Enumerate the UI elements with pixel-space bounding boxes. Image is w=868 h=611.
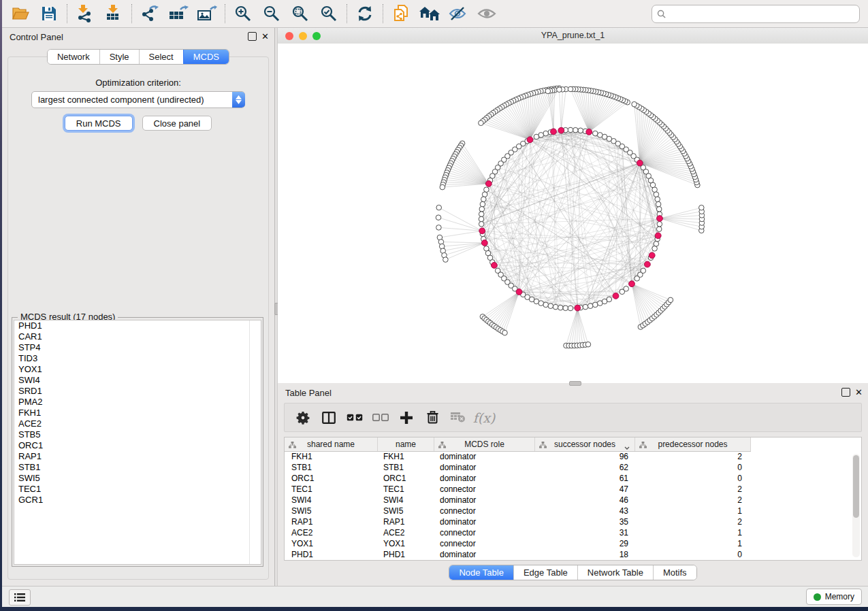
- tab-select[interactable]: Select: [139, 50, 183, 64]
- tab-node-table[interactable]: Node Table: [449, 565, 513, 580]
- graph-nodes[interactable]: [436, 86, 705, 348]
- mcds-result-item[interactable]: PMA2: [14, 397, 261, 408]
- graph-node[interactable]: [436, 215, 441, 220]
- mcds-result-item[interactable]: RAP1: [14, 451, 261, 462]
- graph-node[interactable]: [492, 263, 498, 269]
- table-row[interactable]: RAP1RAP1dominator352: [285, 516, 861, 527]
- hide-selected-icon[interactable]: [444, 3, 472, 24]
- criterion-dropdown[interactable]: largest connected component (undirected): [31, 91, 245, 108]
- graph-node[interactable]: [484, 187, 489, 193]
- graph-node[interactable]: [655, 197, 660, 202]
- table-row[interactable]: ACE2ACE2connector311: [285, 527, 861, 538]
- graph-node[interactable]: [543, 302, 549, 308]
- graph-node[interactable]: [545, 88, 551, 94]
- float-panel-icon[interactable]: [248, 32, 257, 41]
- export-network-icon[interactable]: [135, 3, 164, 24]
- graph-node[interactable]: [481, 240, 487, 246]
- graph-node[interactable]: [598, 133, 603, 138]
- mcds-result-item[interactable]: SRD1: [14, 386, 261, 397]
- graph-node[interactable]: [641, 268, 646, 274]
- search-input[interactable]: [669, 8, 854, 19]
- graph-node[interactable]: [593, 131, 598, 136]
- graph-node[interactable]: [656, 207, 662, 212]
- column-header-name[interactable]: name: [378, 437, 434, 451]
- mcds-result-item[interactable]: SWI5: [14, 473, 261, 484]
- table-row[interactable]: FKH1FKH1dominator962: [285, 451, 861, 462]
- graph-node[interactable]: [543, 131, 549, 136]
- graph-node[interactable]: [482, 192, 487, 197]
- mcds-result-item[interactable]: YOX1: [14, 364, 261, 375]
- graph-node[interactable]: [485, 181, 492, 187]
- graph-node[interactable]: [563, 306, 568, 311]
- graph-node[interactable]: [578, 128, 583, 133]
- table-mode-gear-icon[interactable]: [290, 406, 316, 429]
- graph-node[interactable]: [575, 305, 581, 311]
- graph-node[interactable]: [629, 281, 635, 287]
- tab-edge-table[interactable]: Edge Table: [513, 565, 577, 580]
- graph-node[interactable]: [656, 227, 662, 232]
- search-field[interactable]: [652, 5, 860, 23]
- graph-node[interactable]: [699, 205, 705, 210]
- graph-node[interactable]: [613, 293, 619, 299]
- graph-node[interactable]: [583, 304, 588, 310]
- graph-node[interactable]: [586, 129, 592, 135]
- mcds-list-scrollbar[interactable]: [249, 320, 250, 564]
- show-selected-icon[interactable]: [472, 3, 501, 24]
- column-header-successor-nodes[interactable]: successor nodes: [535, 437, 635, 451]
- import-network-icon[interactable]: [71, 3, 99, 24]
- graph-node[interactable]: [481, 197, 487, 202]
- column-header-MCDS-role[interactable]: MCDS role: [434, 437, 535, 451]
- tab-style[interactable]: Style: [99, 50, 139, 64]
- graph-node[interactable]: [568, 127, 573, 133]
- graph-node[interactable]: [558, 127, 564, 133]
- graph-node[interactable]: [568, 86, 573, 92]
- graph-node[interactable]: [440, 184, 445, 190]
- network-canvas[interactable]: [278, 44, 868, 383]
- graph-node[interactable]: [534, 134, 539, 139]
- mcds-result-item[interactable]: STP4: [14, 342, 261, 353]
- graph-node[interactable]: [593, 302, 598, 308]
- close-panel-icon[interactable]: ✕: [261, 33, 269, 40]
- graph-node[interactable]: [654, 192, 659, 197]
- table-row[interactable]: SWI5SWI5connector431: [285, 506, 861, 516]
- graph-node[interactable]: [548, 303, 553, 309]
- graph-node[interactable]: [553, 304, 558, 310]
- graph-node[interactable]: [585, 342, 591, 347]
- graph-node[interactable]: [656, 201, 661, 207]
- refresh-icon[interactable]: [351, 3, 379, 24]
- sort-chevron-icon[interactable]: [624, 442, 630, 452]
- memory-button[interactable]: Memory: [806, 589, 862, 605]
- log-console-button[interactable]: [9, 589, 31, 606]
- save-session-icon[interactable]: [35, 3, 63, 24]
- graph-node[interactable]: [558, 305, 564, 310]
- graph-node[interactable]: [632, 101, 637, 107]
- graph-node[interactable]: [557, 87, 562, 93]
- mcds-result-item[interactable]: SWI4: [14, 375, 261, 386]
- graph-node[interactable]: [551, 129, 557, 135]
- tab-network-table[interactable]: Network Table: [577, 565, 653, 580]
- graph-node[interactable]: [502, 330, 508, 335]
- table-row[interactable]: SWI4SWI4dominator462: [285, 495, 861, 506]
- zoom-fit-icon[interactable]: [286, 3, 315, 24]
- graph-node[interactable]: [657, 222, 662, 227]
- table-row[interactable]: PHD1PHD1dominator180: [285, 549, 861, 560]
- float-panel-icon[interactable]: [841, 388, 850, 397]
- graph-node[interactable]: [539, 301, 544, 306]
- column-header-predecessor-nodes[interactable]: predecessor nodes: [635, 437, 751, 451]
- table-row[interactable]: ORC1ORC1dominator610: [285, 473, 861, 484]
- graph-node[interactable]: [516, 289, 522, 295]
- network-window-titlebar[interactable]: YPA_prune.txt_1: [278, 28, 868, 44]
- mcds-result-item[interactable]: STB1: [14, 462, 261, 473]
- mcds-result-list[interactable]: PHD1CAR1STP4TID3YOX1SWI4SRD1PMA2FKH1ACE2…: [14, 320, 261, 565]
- clone-network-icon[interactable]: [387, 3, 415, 24]
- horizontal-splitter-handle[interactable]: [569, 381, 581, 386]
- mcds-result-item[interactable]: GCR1: [14, 495, 261, 506]
- column-header-shared-name[interactable]: shared name: [285, 437, 378, 451]
- import-table-icon[interactable]: [99, 3, 128, 24]
- graph-node[interactable]: [668, 297, 673, 303]
- delete-icon[interactable]: [419, 406, 445, 429]
- close-panel-button[interactable]: Close panel: [142, 116, 212, 131]
- tab-mcds[interactable]: MCDS: [183, 50, 229, 64]
- select-all-icon[interactable]: [342, 406, 368, 429]
- mcds-result-item[interactable]: TEC1: [14, 484, 261, 495]
